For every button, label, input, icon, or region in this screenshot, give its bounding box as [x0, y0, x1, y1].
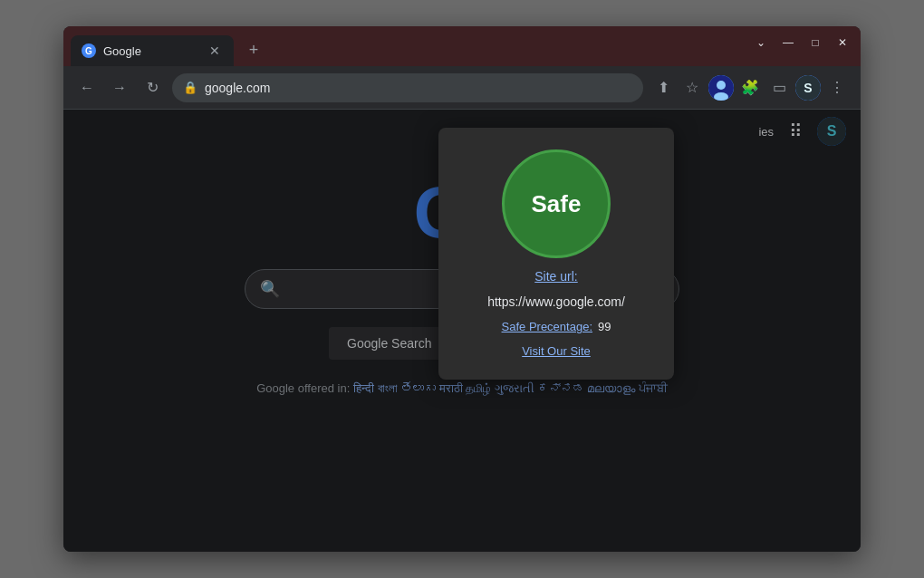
window-controls: ⌄ — □ ✕: [750, 32, 853, 53]
svg-point-1: [717, 81, 726, 90]
share-icon[interactable]: ⬆: [650, 75, 676, 101]
safe-label: Safe: [532, 190, 582, 218]
tab-title: Google: [103, 44, 199, 58]
site-url-label[interactable]: Site url:: [534, 269, 577, 284]
back-button[interactable]: ←: [74, 75, 100, 101]
sidebar-icon[interactable]: ▭: [766, 75, 792, 101]
title-bar: G Google ✕ + ⌄ — □ ✕: [63, 26, 861, 66]
close-button[interactable]: ✕: [832, 32, 853, 53]
tab-close-button[interactable]: ✕: [207, 43, 223, 59]
address-bar-area: ← → ↻ 🔒 google.com ⬆ ☆ 🧩 ▭ S: [63, 66, 861, 110]
safe-percentage-label[interactable]: Safe Precentage:: [502, 320, 592, 333]
safe-percentage-value: 99: [598, 320, 611, 333]
safe-popup: Safe Site url: https://www.google.com/ S…: [438, 128, 674, 380]
tab-favicon: G: [82, 43, 96, 58]
chevron-icon[interactable]: ⌄: [750, 32, 772, 53]
visit-site-link[interactable]: Visit Our Site: [522, 344, 591, 358]
lock-icon: 🔒: [183, 81, 197, 94]
site-url-value: https://www.google.com/: [487, 294, 625, 309]
extensions-icon[interactable]: 🧩: [737, 75, 763, 101]
menu-button[interactable]: ⋮: [824, 75, 850, 101]
url-bar[interactable]: 🔒 google.com: [172, 73, 643, 102]
toolbar-icons: ⬆ ☆ 🧩 ▭ S ⋮: [650, 75, 850, 101]
browser-window: G Google ✕ + ⌄ — □ ✕ ← → ↻ 🔒 google.com …: [63, 26, 861, 552]
bookmark-icon[interactable]: ☆: [679, 75, 705, 101]
forward-button[interactable]: →: [107, 75, 132, 101]
user-avatar[interactable]: S: [795, 75, 821, 101]
profile-avatar[interactable]: [708, 75, 734, 101]
active-tab[interactable]: G Google ✕: [71, 35, 234, 66]
url-text: google.com: [205, 81, 270, 95]
reload-button[interactable]: ↻: [140, 75, 165, 101]
maximize-button[interactable]: □: [804, 32, 826, 53]
new-tab-button[interactable]: +: [241, 37, 266, 63]
tab-area: G Google ✕ +: [71, 26, 750, 66]
minimize-button[interactable]: —: [777, 32, 799, 53]
safe-indicator: Safe: [502, 149, 611, 258]
page-content: ies ⠿ S Go 🔍 🎤 Google Se: [63, 110, 861, 552]
svg-text:S: S: [804, 81, 812, 95]
